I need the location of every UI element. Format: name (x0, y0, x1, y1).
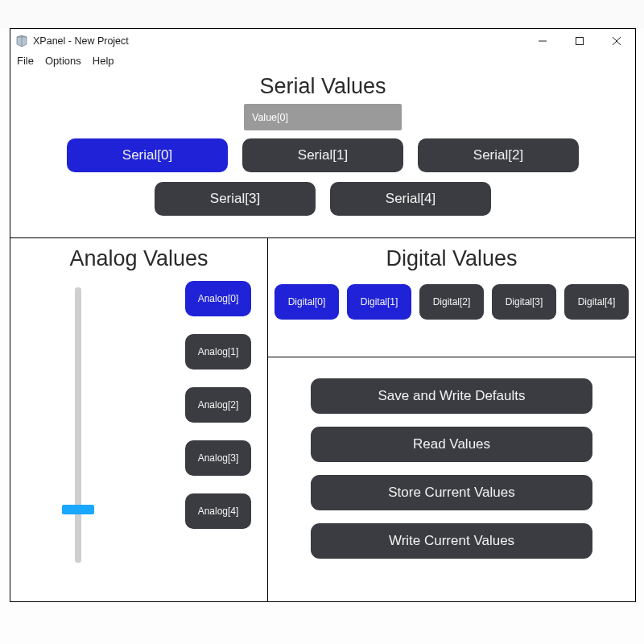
serial-button-3[interactable]: Serial[3] (155, 182, 316, 216)
digital-section: Digital Values Digital[0] Digital[1] Dig… (268, 238, 635, 357)
menubar: File Options Help (10, 53, 635, 70)
serial-title: Serial Values (10, 74, 635, 99)
serial-button-4[interactable]: Serial[4] (330, 182, 491, 216)
write-current-button[interactable]: Write Current Values (311, 523, 592, 559)
titlebar: XPanel - New Project (10, 29, 635, 53)
close-button[interactable] (598, 29, 635, 53)
menu-file[interactable]: File (17, 55, 34, 67)
digital-title: Digital Values (268, 246, 635, 271)
serial-section: Serial Values Value[0] Serial[0] Serial[… (10, 74, 635, 238)
maximize-button[interactable] (561, 29, 598, 53)
serial-button-2[interactable]: Serial[2] (418, 138, 579, 172)
analog-button-0[interactable]: Analog[0] (185, 281, 251, 316)
save-defaults-button[interactable]: Save and Write Defaults (311, 378, 592, 414)
menu-options[interactable]: Options (45, 55, 81, 67)
analog-slider-thumb[interactable] (62, 505, 94, 514)
svg-rect-1 (576, 38, 584, 45)
digital-button-4[interactable]: Digital[4] (564, 284, 629, 320)
app-icon (15, 35, 28, 47)
analog-button-2[interactable]: Analog[2] (185, 387, 251, 423)
digital-button-1[interactable]: Digital[1] (347, 284, 411, 320)
analog-title: Analog Values (10, 246, 267, 271)
menu-help[interactable]: Help (93, 55, 114, 67)
digital-button-3[interactable]: Digital[3] (492, 284, 556, 320)
read-values-button[interactable]: Read Values (311, 427, 592, 462)
app-window: XPanel - New Project File Options Help S… (10, 28, 636, 602)
analog-button-4[interactable]: Analog[4] (185, 493, 251, 529)
serial-button-1[interactable]: Serial[1] (242, 138, 403, 172)
analog-button-3[interactable]: Analog[3] (185, 440, 251, 476)
window-title: XPanel - New Project (33, 35, 129, 47)
digital-button-2[interactable]: Digital[2] (419, 284, 484, 320)
serial-button-0[interactable]: Serial[0] (67, 138, 228, 172)
minimize-button[interactable] (524, 29, 561, 53)
actions-section: Save and Write Defaults Read Values Stor… (268, 357, 635, 601)
analog-slider-track[interactable] (75, 287, 81, 563)
analog-section: Analog Values Analog[0] Analog[1] Analog… (10, 238, 268, 601)
digital-button-0[interactable]: Digital[0] (275, 284, 339, 320)
serial-value-input[interactable]: Value[0] (244, 104, 402, 130)
store-current-button[interactable]: Store Current Values (311, 475, 592, 510)
analog-button-1[interactable]: Analog[1] (185, 334, 251, 369)
